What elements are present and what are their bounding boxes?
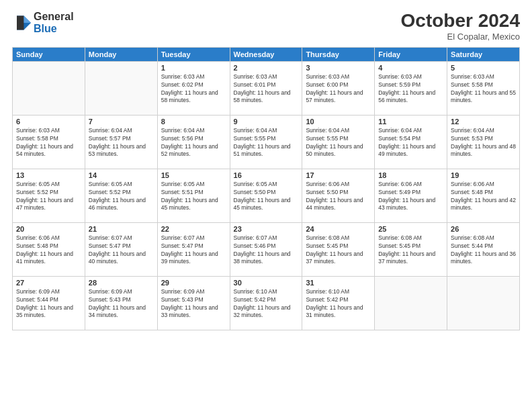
day-number: 14 <box>89 171 154 179</box>
calendar-day-cell: 14Sunrise: 6:05 AM Sunset: 5:52 PM Dayli… <box>85 169 157 222</box>
day-number: 29 <box>161 279 226 287</box>
calendar-day-cell: 28Sunrise: 6:09 AM Sunset: 5:43 PM Dayli… <box>85 276 157 330</box>
day-info: Sunrise: 6:03 AM Sunset: 5:59 PM Dayligh… <box>378 73 443 105</box>
calendar-day-cell: 18Sunrise: 6:06 AM Sunset: 5:49 PM Dayli… <box>375 169 447 222</box>
calendar-day-cell <box>13 61 85 115</box>
day-info: Sunrise: 6:04 AM Sunset: 5:56 PM Dayligh… <box>161 127 226 159</box>
day-number: 11 <box>378 118 443 126</box>
day-number: 18 <box>378 171 443 179</box>
day-info: Sunrise: 6:04 AM Sunset: 5:57 PM Dayligh… <box>89 127 154 159</box>
weekday-header-row: SundayMondayTuesdayWednesdayThursdayFrid… <box>13 47 520 61</box>
calendar-day-cell: 8Sunrise: 6:04 AM Sunset: 5:56 PM Daylig… <box>157 115 230 169</box>
day-info: Sunrise: 6:08 AM Sunset: 5:44 PM Dayligh… <box>451 234 516 267</box>
calendar-day-cell: 2Sunrise: 6:03 AM Sunset: 6:01 PM Daylig… <box>230 61 302 115</box>
day-number: 28 <box>89 279 154 287</box>
weekday-header: Tuesday <box>157 47 230 61</box>
day-info: Sunrise: 6:04 AM Sunset: 5:55 PM Dayligh… <box>306 127 371 159</box>
day-info: Sunrise: 6:05 AM Sunset: 5:51 PM Dayligh… <box>161 181 226 213</box>
calendar-day-cell: 5Sunrise: 6:03 AM Sunset: 5:58 PM Daylig… <box>447 61 520 115</box>
header: General Blue October 2024 El Copalar, Me… <box>12 11 520 42</box>
calendar-day-cell: 16Sunrise: 6:05 AM Sunset: 5:50 PM Dayli… <box>230 169 302 222</box>
calendar-day-cell: 31Sunrise: 6:10 AM Sunset: 5:42 PM Dayli… <box>302 276 375 330</box>
day-number: 16 <box>234 171 299 179</box>
calendar-week-row: 1Sunrise: 6:03 AM Sunset: 6:02 PM Daylig… <box>13 61 520 115</box>
calendar-day-cell: 4Sunrise: 6:03 AM Sunset: 5:59 PM Daylig… <box>375 61 447 115</box>
day-number: 12 <box>451 118 516 126</box>
day-number: 27 <box>16 279 81 287</box>
calendar-day-cell: 1Sunrise: 6:03 AM Sunset: 6:02 PM Daylig… <box>157 61 230 115</box>
calendar-week-row: 13Sunrise: 6:05 AM Sunset: 5:52 PM Dayli… <box>13 169 520 222</box>
day-info: Sunrise: 6:04 AM Sunset: 5:53 PM Dayligh… <box>451 127 516 159</box>
calendar-table: SundayMondayTuesdayWednesdayThursdayFrid… <box>12 47 520 330</box>
day-number: 4 <box>378 64 443 72</box>
day-info: Sunrise: 6:08 AM Sunset: 5:45 PM Dayligh… <box>306 234 371 267</box>
calendar-day-cell: 22Sunrise: 6:07 AM Sunset: 5:47 PM Dayli… <box>157 222 230 276</box>
calendar-day-cell: 6Sunrise: 6:03 AM Sunset: 5:58 PM Daylig… <box>13 115 85 169</box>
calendar-container: General Blue October 2024 El Copalar, Me… <box>0 0 532 411</box>
calendar-day-cell: 10Sunrise: 6:04 AM Sunset: 5:55 PM Dayli… <box>302 115 375 169</box>
calendar-day-cell: 7Sunrise: 6:04 AM Sunset: 5:57 PM Daylig… <box>85 115 157 169</box>
calendar-week-row: 20Sunrise: 6:06 AM Sunset: 5:48 PM Dayli… <box>13 222 520 276</box>
day-number: 26 <box>451 225 516 233</box>
calendar-day-cell: 25Sunrise: 6:08 AM Sunset: 5:45 PM Dayli… <box>375 222 447 276</box>
day-info: Sunrise: 6:03 AM Sunset: 6:00 PM Dayligh… <box>306 73 371 105</box>
day-number: 31 <box>306 279 371 287</box>
day-info: Sunrise: 6:09 AM Sunset: 5:44 PM Dayligh… <box>16 288 81 320</box>
calendar-day-cell: 15Sunrise: 6:05 AM Sunset: 5:51 PM Dayli… <box>157 169 230 222</box>
day-number: 13 <box>16 171 81 179</box>
calendar-day-cell: 12Sunrise: 6:04 AM Sunset: 5:53 PM Dayli… <box>447 115 520 169</box>
calendar-week-row: 27Sunrise: 6:09 AM Sunset: 5:44 PM Dayli… <box>13 276 520 330</box>
day-info: Sunrise: 6:08 AM Sunset: 5:45 PM Dayligh… <box>378 234 443 267</box>
calendar-day-cell: 20Sunrise: 6:06 AM Sunset: 5:48 PM Dayli… <box>13 222 85 276</box>
day-number: 21 <box>89 225 154 233</box>
day-info: Sunrise: 6:05 AM Sunset: 5:52 PM Dayligh… <box>89 181 154 213</box>
calendar-day-cell: 9Sunrise: 6:04 AM Sunset: 5:55 PM Daylig… <box>230 115 302 169</box>
day-number: 17 <box>306 171 371 179</box>
day-number: 15 <box>161 171 226 179</box>
calendar-day-cell: 17Sunrise: 6:06 AM Sunset: 5:50 PM Dayli… <box>302 169 375 222</box>
day-info: Sunrise: 6:06 AM Sunset: 5:48 PM Dayligh… <box>16 234 81 267</box>
day-info: Sunrise: 6:03 AM Sunset: 5:58 PM Dayligh… <box>16 127 81 159</box>
calendar-day-cell: 11Sunrise: 6:04 AM Sunset: 5:54 PM Dayli… <box>375 115 447 169</box>
svg-marker-2 <box>24 15 32 23</box>
day-number: 30 <box>234 279 299 287</box>
day-number: 8 <box>161 118 226 126</box>
calendar-day-cell: 26Sunrise: 6:08 AM Sunset: 5:44 PM Dayli… <box>447 222 520 276</box>
day-number: 2 <box>234 64 299 72</box>
day-number: 1 <box>161 64 226 72</box>
weekday-header: Thursday <box>302 47 375 61</box>
day-info: Sunrise: 6:07 AM Sunset: 5:47 PM Dayligh… <box>89 234 154 267</box>
location: El Copalar, Mexico <box>401 32 520 42</box>
day-number: 6 <box>16 118 81 126</box>
calendar-day-cell: 27Sunrise: 6:09 AM Sunset: 5:44 PM Dayli… <box>13 276 85 330</box>
day-number: 9 <box>234 118 299 126</box>
day-number: 19 <box>451 171 516 179</box>
day-info: Sunrise: 6:06 AM Sunset: 5:48 PM Dayligh… <box>451 181 516 213</box>
day-number: 25 <box>378 225 443 233</box>
day-number: 23 <box>234 225 299 233</box>
day-info: Sunrise: 6:09 AM Sunset: 5:43 PM Dayligh… <box>161 288 226 320</box>
day-info: Sunrise: 6:07 AM Sunset: 5:46 PM Dayligh… <box>234 234 299 267</box>
day-number: 3 <box>306 64 371 72</box>
day-number: 20 <box>16 225 81 233</box>
calendar-day-cell: 29Sunrise: 6:09 AM Sunset: 5:43 PM Dayli… <box>157 276 230 330</box>
day-number: 5 <box>451 64 516 72</box>
day-info: Sunrise: 6:04 AM Sunset: 5:55 PM Dayligh… <box>234 127 299 159</box>
calendar-day-cell: 3Sunrise: 6:03 AM Sunset: 6:00 PM Daylig… <box>302 61 375 115</box>
weekday-header: Sunday <box>13 47 85 61</box>
weekday-header: Saturday <box>447 47 520 61</box>
day-info: Sunrise: 6:04 AM Sunset: 5:54 PM Dayligh… <box>378 127 443 159</box>
calendar-day-cell <box>375 276 447 330</box>
logo-blue: Blue <box>34 23 57 34</box>
day-info: Sunrise: 6:06 AM Sunset: 5:50 PM Dayligh… <box>306 181 371 213</box>
day-info: Sunrise: 6:06 AM Sunset: 5:49 PM Dayligh… <box>378 181 443 213</box>
calendar-day-cell: 13Sunrise: 6:05 AM Sunset: 5:52 PM Dayli… <box>13 169 85 222</box>
day-info: Sunrise: 6:03 AM Sunset: 6:02 PM Dayligh… <box>161 73 226 105</box>
weekday-header: Wednesday <box>230 47 302 61</box>
logo: General Blue <box>12 11 74 34</box>
day-info: Sunrise: 6:03 AM Sunset: 5:58 PM Dayligh… <box>451 73 516 105</box>
logo-text: General Blue <box>34 11 74 34</box>
day-info: Sunrise: 6:10 AM Sunset: 5:42 PM Dayligh… <box>306 288 371 320</box>
calendar-day-cell <box>447 276 520 330</box>
day-info: Sunrise: 6:10 AM Sunset: 5:42 PM Dayligh… <box>234 288 299 320</box>
